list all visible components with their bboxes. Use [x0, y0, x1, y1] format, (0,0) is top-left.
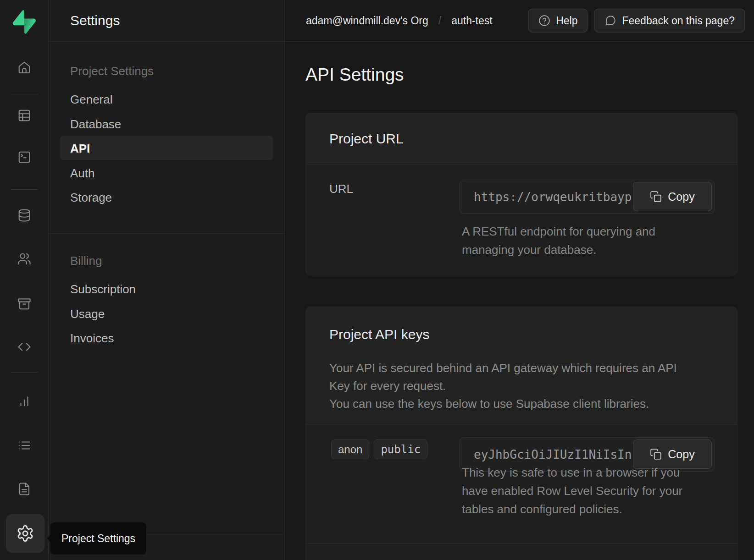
help-button-label: Help	[556, 15, 577, 27]
sidebar-item-storage[interactable]: Storage	[70, 191, 112, 205]
speech-bubble-icon	[604, 15, 616, 27]
help-button[interactable]: Help	[528, 9, 588, 33]
copy-url-button[interactable]: Copy	[633, 182, 712, 211]
project-settings-gear-icon[interactable]	[6, 514, 44, 553]
breadcrumb-project[interactable]: auth-test	[451, 15, 493, 27]
description-line: Your API is secured behind an API gatewa…	[329, 359, 714, 377]
home-icon[interactable]	[13, 56, 35, 78]
sidebar-title: Settings	[70, 13, 120, 28]
page-title: API Settings	[305, 65, 404, 85]
breadcrumb-separator: /	[438, 15, 441, 27]
sidebar-item-auth[interactable]: Auth	[70, 166, 95, 181]
url-field-label: URL	[329, 182, 353, 196]
anon-key-badges: anon public	[331, 439, 427, 459]
sidebar-item-database[interactable]: Database	[70, 117, 121, 132]
project-url-card-title: Project URL	[329, 131, 404, 147]
description-line: managing your database.	[462, 241, 655, 259]
project-url-field[interactable]: https://orwqeukritbayp Copy	[460, 180, 715, 214]
active-item-highlight	[60, 136, 273, 160]
supabase-logo[interactable]	[13, 10, 36, 34]
copy-icon	[650, 448, 662, 460]
project-api-keys-description: Your API is secured behind an API gatewa…	[329, 359, 714, 413]
sidebar-item-usage[interactable]: Usage	[70, 307, 105, 321]
sidebar-item-subscription[interactable]: Subscription	[70, 282, 136, 296]
help-circle-icon	[538, 15, 550, 27]
project-api-keys-card: Project API keys Your API is secured beh…	[305, 307, 737, 560]
sidebar-item-api[interactable]: API	[70, 142, 90, 156]
database-icon[interactable]	[13, 204, 35, 226]
copy-anon-key-button-label: Copy	[668, 448, 694, 461]
reports-chart-icon[interactable]	[13, 390, 35, 412]
sidebar-item-invoices[interactable]: Invoices	[70, 331, 114, 346]
edge-functions-icon[interactable]	[13, 336, 35, 358]
breadcrumb-org[interactable]: adam@windmill.dev's Org	[306, 15, 428, 27]
table-editor-icon[interactable]	[13, 104, 35, 126]
tooltip-label: Project Settings	[61, 533, 135, 545]
public-badge: public	[374, 439, 427, 459]
project-api-keys-card-header: Project API keys Your API is secured beh…	[306, 307, 737, 425]
project-url-card: Project URL URL https://orwqeukritbayp C…	[305, 113, 737, 275]
description-line: have enabled Row Level Security for your	[462, 482, 682, 500]
supabase-dashboard: Project Settings Settings Project Settin…	[0, 0, 754, 560]
group-label-project-settings: Project Settings	[70, 64, 154, 78]
copy-url-button-label: Copy	[668, 190, 694, 203]
feedback-button[interactable]: Feedback on this page?	[594, 9, 745, 33]
divider	[306, 544, 737, 544]
topbar: adam@windmill.dev's Org / auth-test Help…	[285, 0, 754, 42]
storage-icon[interactable]	[13, 293, 35, 315]
divider	[11, 94, 38, 94]
group-label-billing: Billing	[70, 254, 102, 268]
divider	[11, 372, 38, 373]
project-settings-tooltip: Project Settings	[50, 522, 146, 555]
icon-rail	[0, 0, 49, 560]
anon-badge: anon	[331, 439, 369, 459]
project-url-value: https://orwqeukritbayp	[474, 190, 632, 204]
docs-file-icon[interactable]	[13, 478, 35, 500]
divider	[11, 189, 38, 190]
auth-users-icon[interactable]	[13, 248, 35, 270]
description-line: tables and configured policies.	[462, 500, 682, 518]
description-line: This key is safe to use in a browser if …	[462, 463, 682, 482]
description-line: You can use the keys below to use Supaba…	[329, 395, 714, 413]
sidebar-item-general[interactable]: General	[70, 93, 113, 107]
feedback-button-label: Feedback on this page?	[622, 15, 735, 27]
supabase-logo-icon	[13, 10, 36, 34]
description-line: Key for every request.	[329, 377, 714, 395]
description-line: A RESTful endpoint for querying and	[462, 222, 655, 241]
topbar-actions: Help Feedback on this page?	[528, 9, 745, 33]
main-content: API Settings Project URL URL https://orw…	[285, 42, 754, 560]
sidebar-header: Settings	[49, 0, 284, 42]
sql-editor-icon[interactable]	[13, 146, 35, 168]
settings-sidebar: Settings Project Settings General Databa…	[49, 0, 285, 560]
anon-key-value: eyJhbGciOiJIUzI1NiIsIn	[474, 448, 632, 461]
anon-key-description: This key is safe to use in a browser if …	[462, 463, 682, 518]
project-api-keys-card-title: Project API keys	[329, 327, 429, 342]
project-url-description: A RESTful endpoint for querying and mana…	[462, 222, 655, 259]
project-url-card-header: Project URL	[306, 113, 737, 165]
divider	[49, 233, 284, 234]
copy-icon	[650, 191, 662, 203]
logs-list-icon[interactable]	[13, 434, 35, 456]
